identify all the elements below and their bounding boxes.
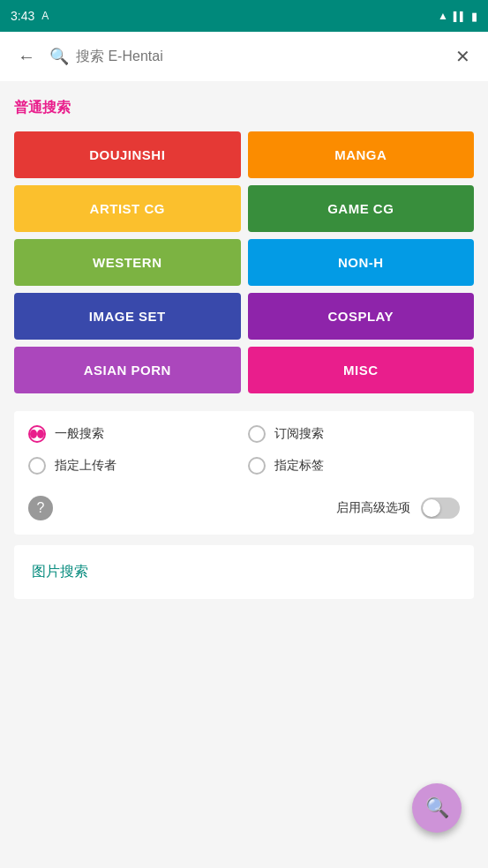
image-search-section: 图片搜索 [14,545,474,599]
radio-grid: 一般搜索 订阅搜索 指定上传者 指定标签 [28,425,460,475]
search-input[interactable] [76,49,441,64]
search-input-wrap: 🔍 [49,47,441,66]
signal-icon: ▌▌ [454,11,466,21]
status-left: 3:43 A [11,9,49,23]
status-right: ▲ ▌▌ ▮ [438,10,477,23]
toggle-thumb [423,499,440,517]
battery-icon: ▮ [471,10,477,23]
clear-button[interactable]: ✕ [452,42,474,71]
category-artist-cg[interactable]: ARTIST CG [14,185,241,232]
wifi-icon: ▲ [438,10,448,22]
section-title: 普通搜索 [14,99,474,117]
options-section: 一般搜索 订阅搜索 指定上传者 指定标签 ? 启用高级选项 [14,411,474,535]
radio-tag[interactable]: 指定标签 [248,457,461,475]
category-misc[interactable]: MISC [248,347,475,393]
advanced-toggle[interactable] [421,498,460,519]
main-content: 普通搜索 DOUJINSHI MANGA ARTIST CG GAME CG W… [0,81,488,617]
advanced-label: 启用高级选项 [336,500,410,516]
search-icon: 🔍 [49,47,69,66]
fab-search-icon: 🔍 [425,797,449,819]
radio-label-subscription: 订阅搜索 [274,426,324,442]
category-manga[interactable]: MANGA [248,131,475,178]
radio-label-tag: 指定标签 [274,458,324,474]
radio-subscription[interactable]: 订阅搜索 [248,425,461,443]
status-bar: 3:43 A ▲ ▌▌ ▮ [0,0,488,32]
advanced-row: ? 启用高级选项 [28,489,460,520]
category-image-set[interactable]: IMAGE SET [14,293,241,340]
category-non-h[interactable]: NON-H [248,239,475,286]
radio-uploader[interactable]: 指定上传者 [28,457,241,475]
radio-circle-subscription [248,425,266,443]
fab-search-button[interactable]: 🔍 [412,783,462,833]
radio-circle-tag [248,457,266,475]
radio-circle-general [28,425,46,443]
notification-icon: A [41,10,49,22]
image-search-link[interactable]: 图片搜索 [32,564,88,579]
category-grid: DOUJINSHI MANGA ARTIST CG GAME CG WESTER… [14,131,474,393]
category-western[interactable]: WESTERN [14,239,241,286]
radio-circle-uploader [28,457,46,475]
category-doujinshi[interactable]: DOUJINSHI [14,131,241,178]
radio-label-general: 一般搜索 [55,426,104,442]
radio-general[interactable]: 一般搜索 [28,425,241,443]
category-game-cg[interactable]: GAME CG [248,185,475,232]
back-button[interactable]: ← [14,43,39,71]
category-cosplay[interactable]: COSPLAY [248,293,475,340]
category-asian-porn[interactable]: ASIAN PORN [14,347,241,393]
empty-area [0,617,488,868]
help-button[interactable]: ? [28,496,53,520]
radio-label-uploader: 指定上传者 [55,458,116,474]
advanced-label-wrap: 启用高级选项 [336,498,460,519]
status-time: 3:43 [11,9,34,23]
radio-dot-general [30,430,37,438]
search-bar: ← 🔍 ✕ [0,32,488,81]
